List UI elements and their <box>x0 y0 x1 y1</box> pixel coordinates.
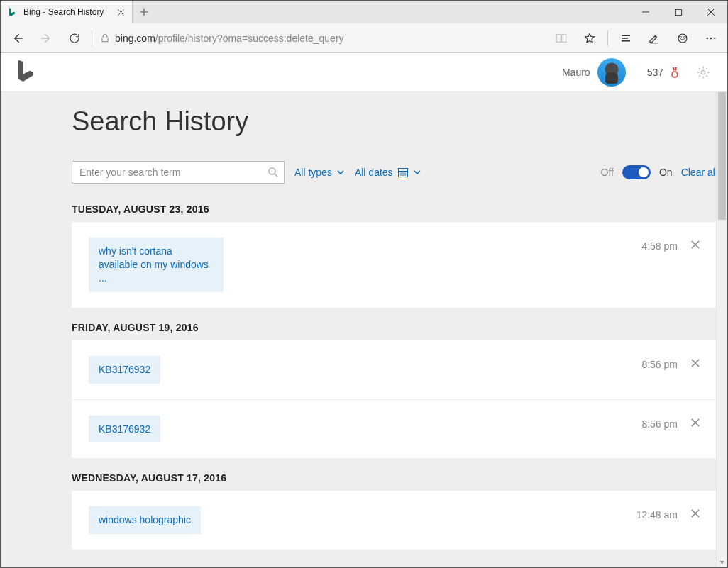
scrollbar-down-arrow[interactable]: ▾ <box>717 556 727 567</box>
delete-entry-button[interactable] <box>690 418 700 428</box>
history-search-input[interactable] <box>79 167 267 178</box>
separator <box>607 30 608 46</box>
history-entry-time: 4:58 pm <box>641 240 678 252</box>
history-search-box[interactable] <box>72 161 285 184</box>
url-domain: bing.com <box>115 33 155 44</box>
favorite-star-icon[interactable] <box>576 23 603 53</box>
svg-point-15 <box>402 174 404 176</box>
toggle-off-label: Off <box>601 167 614 178</box>
svg-point-8 <box>701 70 705 74</box>
svg-point-12 <box>402 172 404 174</box>
browser-window: Bing - Search History <box>0 0 728 568</box>
svg-point-2 <box>680 36 682 38</box>
date-header: FRIDAY, AUGUST 19, 2016 <box>72 322 717 333</box>
calendar-icon <box>397 167 409 178</box>
window-maximize-button[interactable] <box>662 1 695 23</box>
delete-entry-button[interactable] <box>690 240 700 250</box>
share-icon[interactable] <box>669 23 696 53</box>
address-right-icons <box>548 23 724 53</box>
history-entry-time: 8:56 pm <box>641 418 678 430</box>
url-path: /profile/history?oma=success:delete_quer… <box>155 33 344 44</box>
url-field[interactable]: bing.com/profile/history?oma=success:del… <box>115 33 548 44</box>
history-query-link[interactable]: KB3176932 <box>89 356 160 384</box>
toggle-on-label: On <box>659 167 673 178</box>
svg-point-14 <box>400 174 402 176</box>
address-bar: bing.com/profile/history?oma=success:del… <box>1 23 727 53</box>
tab-title: Bing - Search History <box>23 7 115 17</box>
clear-all-link[interactable]: Clear all <box>681 167 717 178</box>
history-entry: why isn't cortana available on my window… <box>72 222 717 308</box>
page-title: Search History <box>72 106 717 137</box>
tab-strip: Bing - Search History <box>1 1 629 23</box>
browser-tab[interactable]: Bing - Search History <box>1 1 133 23</box>
tab-close-icon[interactable] <box>115 6 126 18</box>
separator <box>92 30 92 46</box>
username-label[interactable]: Mauro <box>562 67 590 78</box>
settings-gear-icon[interactable] <box>696 65 710 79</box>
svg-point-9 <box>269 168 275 174</box>
svg-point-4 <box>707 37 708 38</box>
filter-row: All types All dates Off On Clear all <box>72 161 717 184</box>
history-entry-time: 12:48 am <box>636 509 678 520</box>
more-icon[interactable] <box>697 23 724 53</box>
day-card: windows holographic12:48 am <box>72 491 717 550</box>
window-minimize-button[interactable] <box>629 1 662 23</box>
svg-rect-0 <box>675 9 681 15</box>
content-area: Search History All types All dates <box>1 92 727 567</box>
history-entry: KB31769328:56 pm <box>72 399 717 459</box>
search-icon[interactable] <box>267 166 280 179</box>
window-close-button[interactable] <box>695 1 727 23</box>
history-entry: windows holographic12:48 am <box>72 491 717 550</box>
titlebar: Bing - Search History <box>1 1 727 23</box>
svg-point-3 <box>684 36 686 38</box>
reading-view-icon[interactable] <box>548 23 575 53</box>
chevron-down-icon <box>413 168 421 177</box>
svg-point-5 <box>710 37 712 38</box>
history-query-link[interactable]: KB3176932 <box>89 416 160 443</box>
date-header: TUESDAY, AUGUST 23, 2016 <box>72 204 717 215</box>
delete-entry-button[interactable] <box>690 508 700 518</box>
bing-header: Mauro 537 <box>1 53 727 92</box>
history-list: TUESDAY, AUGUST 23, 2016why isn't cortan… <box>72 204 717 550</box>
nav-forward-button[interactable] <box>32 23 60 53</box>
svg-point-16 <box>404 174 406 176</box>
filter-dates-dropdown[interactable]: All dates <box>355 167 421 178</box>
date-header: WEDNESDAY, AUGUST 17, 2016 <box>72 472 717 484</box>
new-tab-button[interactable] <box>133 1 155 23</box>
lock-icon <box>95 33 115 43</box>
scrollbar-thumb[interactable] <box>718 92 726 220</box>
filter-types-dropdown[interactable]: All types <box>294 167 345 178</box>
history-query-link[interactable]: why isn't cortana available on my window… <box>89 238 224 292</box>
nav-refresh-button[interactable] <box>60 23 89 53</box>
window-controls <box>629 1 727 23</box>
rewards-points[interactable]: 537 <box>647 67 663 78</box>
webnote-icon[interactable] <box>641 23 668 53</box>
nav-back-button[interactable] <box>4 23 32 53</box>
svg-point-11 <box>400 172 402 174</box>
history-entry-time: 8:56 pm <box>641 359 678 370</box>
svg-point-6 <box>714 37 715 38</box>
bing-favicon-icon <box>6 6 18 18</box>
hub-icon[interactable] <box>612 23 639 53</box>
day-card: KB31769328:56 pmKB31769328:56 pm <box>72 340 717 459</box>
filter-dates-label: All dates <box>355 167 393 178</box>
svg-point-13 <box>404 172 406 174</box>
history-toggle[interactable] <box>622 165 651 179</box>
user-avatar[interactable] <box>597 58 626 87</box>
rewards-medal-icon <box>669 67 680 78</box>
day-card: why isn't cortana available on my window… <box>72 222 717 308</box>
svg-point-1 <box>678 34 687 43</box>
delete-entry-button[interactable] <box>690 358 700 368</box>
filter-types-label: All types <box>294 167 332 178</box>
svg-point-7 <box>672 72 678 77</box>
chevron-down-icon <box>336 168 345 177</box>
bing-logo-icon[interactable] <box>15 58 36 87</box>
scrollbar[interactable]: ▾ <box>716 92 727 567</box>
history-query-link[interactable]: windows holographic <box>89 506 201 534</box>
history-entry: KB31769328:56 pm <box>72 340 717 399</box>
